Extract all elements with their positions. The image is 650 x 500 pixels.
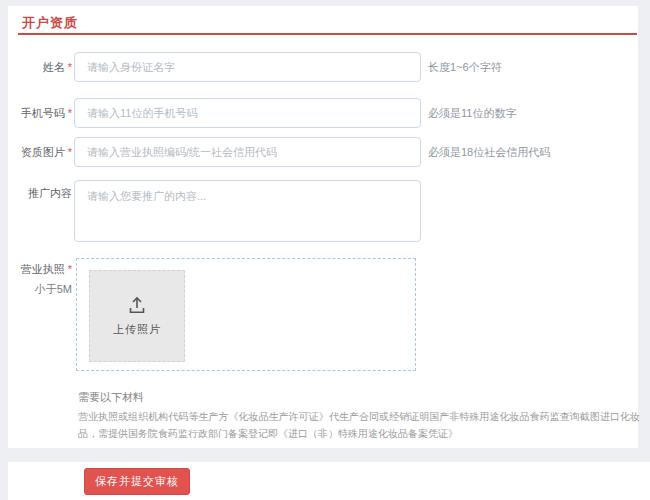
name-label: 姓名* [8, 52, 72, 82]
upload-dropzone: 上传照片 [76, 258, 416, 371]
phone-input[interactable] [74, 98, 421, 128]
account-qualification-panel: 开户资质 姓名* 长度1~6个字符 手机号码* 必须是11位的数字 资质图片* … [8, 6, 638, 448]
qualification-hint: 必须是18位社会信用代码 [428, 137, 550, 167]
name-input[interactable] [74, 52, 421, 82]
qualification-code-input[interactable] [74, 137, 421, 167]
title-underline [18, 33, 637, 35]
submit-button[interactable]: 保存并提交审核 [84, 468, 190, 495]
required-asterisk: * [68, 146, 72, 158]
upload-size-limit: 小于5M [8, 274, 72, 304]
phone-label: 手机号码* [8, 98, 72, 128]
required-asterisk: * [68, 61, 72, 73]
form-row-phone: 手机号码* 必须是11位的数字 [8, 98, 638, 128]
form-row-qualification: 资质图片* 必须是18位社会信用代码 [8, 137, 638, 167]
qualification-label: 资质图片* [8, 137, 72, 167]
form-row-business-license: 营业执照* 小于5M 上传照片 [8, 258, 638, 371]
note-title: 需要以下材料 [78, 390, 144, 405]
form-row-name: 姓名* 长度1~6个字符 [8, 52, 638, 82]
name-label-text: 姓名 [43, 61, 65, 73]
required-asterisk: * [68, 107, 72, 119]
upload-icon [126, 295, 148, 315]
footer-bar: 保存并提交审核 [8, 462, 650, 500]
qualification-label-text: 资质图片 [21, 146, 65, 158]
phone-hint: 必须是11位的数字 [428, 98, 516, 128]
promo-content-label: 推广内容 [8, 187, 72, 199]
note-body: 营业执照或组织机构代码等生产方《化妆品生产许可证》代生产合同或经销证明国产非特殊… [78, 408, 640, 442]
name-hint: 长度1~6个字符 [428, 52, 502, 82]
page-title: 开户资质 [22, 14, 78, 32]
upload-photo-button[interactable]: 上传照片 [89, 270, 185, 362]
phone-label-text: 手机号码 [21, 107, 65, 119]
promo-content-textarea[interactable] [74, 180, 421, 242]
form-row-promo-content: 推广内容 [8, 180, 638, 242]
upload-text: 上传照片 [113, 322, 161, 337]
promo-content-label-text: 推广内容 [28, 187, 72, 199]
